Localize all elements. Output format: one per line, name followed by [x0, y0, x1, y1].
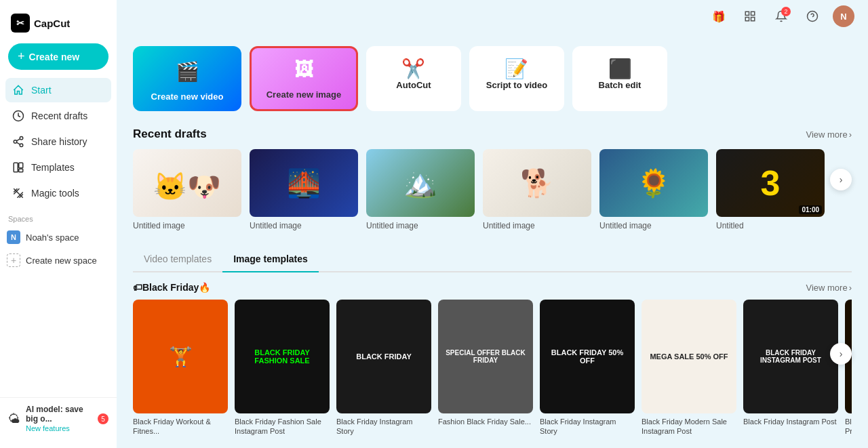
batch-icon: ⬛	[608, 58, 632, 80]
sidebar-item-create-space[interactable]: + Create new space	[0, 249, 117, 272]
action-cards-row: 🎬 Create new video 🖼 Create new image ✂️…	[133, 46, 852, 111]
tab-image-templates[interactable]: Image templates	[222, 249, 319, 271]
template-cards-container: 🏋️ Black Friday Workout & Fitnes... BLAC…	[133, 300, 852, 436]
draft-thumb-3: 🏔️	[366, 149, 475, 217]
draft-thumb-2: 🌉	[250, 149, 358, 217]
sidebar: ✂ CapCut + Create new Start Recent draft…	[0, 0, 117, 448]
script-label: Script to video	[486, 80, 547, 90]
template-label-5: Black Friday Instagram Story	[540, 417, 635, 436]
space-avatar-noah: N	[7, 230, 20, 244]
grid-icon-button[interactable]	[739, 5, 761, 27]
magic-icon	[12, 187, 24, 199]
batch-label: Batch edit	[599, 80, 642, 90]
home-icon	[12, 84, 24, 96]
template-card-5[interactable]: BLACK FRIDAY 50% OFF Black Friday Instag…	[540, 300, 635, 436]
batch-edit-card[interactable]: ⬛ Batch edit	[572, 46, 667, 111]
drafts-scroll-right[interactable]: ›	[830, 169, 852, 190]
sidebar-item-noah-space[interactable]: N Noah's space	[0, 226, 117, 249]
sidebar-label-drafts: Recent drafts	[31, 110, 87, 121]
create-video-card[interactable]: 🎬 Create new video	[133, 46, 241, 111]
script-icon: 📝	[505, 58, 528, 80]
template-card-8[interactable]: The Brew Coffee Black Friday 30% CASHBAC…	[845, 300, 852, 436]
space-label-noah: Noah's space	[26, 232, 79, 243]
draft-item-1[interactable]: 🐱🐶 Untitled image	[133, 149, 241, 230]
sidebar-item-share-history[interactable]: Share history	[5, 129, 111, 154]
recent-drafts-title: Recent drafts	[133, 127, 207, 141]
create-video-label: Create new video	[151, 91, 224, 102]
image-icon: 🖼	[294, 58, 313, 81]
space-label-create: Create new space	[26, 256, 97, 266]
draft-label-6: Untitled	[716, 221, 825, 230]
svg-point-3	[20, 144, 23, 147]
draft-label-2: Untitled image	[250, 221, 358, 230]
script-to-video-card[interactable]: 📝 Script to video	[469, 46, 564, 111]
draft-thumb-4: 🐕	[483, 149, 591, 217]
autocut-card[interactable]: ✂️ AutoCut	[366, 46, 461, 111]
template-card-4[interactable]: SPECIAL OFFER BLACK FRIDAY Fashion Black…	[438, 300, 533, 436]
sidebar-item-start[interactable]: Start	[5, 78, 111, 102]
template-label-3: Black Friday Instagram Story	[336, 417, 431, 436]
template-label-4: Fashion Black Friday Sale...	[438, 417, 533, 426]
draft-item-3[interactable]: 🏔️ Untitled image	[366, 149, 475, 230]
user-avatar[interactable]: N	[833, 5, 854, 27]
black-friday-section-header: 🏷Black Friday🔥 View more ›	[133, 282, 852, 293]
share-icon	[12, 136, 24, 148]
svg-line-5	[16, 139, 20, 141]
gift-icon-button[interactable]: 🎁	[708, 5, 730, 27]
template-thumb-3: BLACK FRIDAY	[336, 300, 431, 413]
template-card-6[interactable]: MEGA SALE 50% OFF Black Friday Modern Sa…	[642, 300, 736, 436]
template-thumb-6: MEGA SALE 50% OFF	[642, 300, 736, 413]
draft-thumb-5: 🌻	[599, 149, 708, 217]
template-card-2[interactable]: BLACK FRIDAY FASHION SALE Black Friday F…	[235, 300, 330, 436]
svg-point-1	[20, 137, 23, 140]
template-cards-row: 🏋️ Black Friday Workout & Fitnes... BLAC…	[133, 300, 852, 436]
spaces-label: Spaces	[0, 205, 117, 226]
svg-point-2	[14, 140, 17, 144]
sidebar-item-templates[interactable]: Templates	[5, 155, 111, 180]
template-icon	[12, 161, 24, 174]
draft-label-1: Untitled image	[133, 221, 241, 230]
svg-rect-11	[751, 12, 755, 15]
draft-thumb-6: 3 01:00	[716, 149, 825, 217]
sidebar-label-start: Start	[31, 85, 52, 96]
ai-notification-bar[interactable]: 🌤 AI model: save big o... New features 5	[0, 397, 117, 440]
ai-notif-text: AI model: save big o...	[26, 405, 92, 424]
draft-label-5: Untitled image	[599, 221, 708, 230]
sidebar-item-magic-tools[interactable]: Magic tools	[5, 181, 111, 205]
template-card-1[interactable]: 🏋️ Black Friday Workout & Fitnes...	[133, 300, 228, 436]
sidebar-nav: Start Recent drafts Share history Templa…	[0, 78, 117, 205]
create-new-button[interactable]: + Create new	[8, 43, 108, 70]
draft-item-2[interactable]: 🌉 Untitled image	[250, 149, 358, 230]
video-icon: 🎬	[176, 60, 199, 83]
svg-rect-6	[14, 163, 18, 172]
svg-rect-12	[745, 18, 749, 21]
template-card-7[interactable]: BLACK FRIDAY INSTAGRAM POST Black Friday…	[743, 300, 838, 436]
black-friday-view-more[interactable]: View more ›	[806, 283, 852, 293]
drafts-row: 🐱🐶 Untitled image 🌉 Untitled image 🏔️ Un…	[133, 149, 852, 230]
template-thumb-7: BLACK FRIDAY INSTAGRAM POST	[743, 300, 838, 413]
tab-video-templates[interactable]: Video templates	[133, 249, 222, 271]
svg-line-4	[16, 142, 20, 144]
bell-icon-button[interactable]: 2	[770, 5, 792, 27]
template-label-1: Black Friday Workout & Fitnes...	[133, 417, 228, 436]
template-label-6: Black Friday Modern Sale Instagram Post	[642, 417, 736, 436]
draft-item-6[interactable]: 3 01:00 Untitled	[716, 149, 825, 230]
recent-drafts-header: Recent drafts View more ›	[133, 127, 852, 141]
draft-item-5[interactable]: 🌻 Untitled image	[599, 149, 708, 230]
template-card-3[interactable]: BLACK FRIDAY Black Friday Instagram Stor…	[336, 300, 431, 436]
notification-badge: 2	[781, 7, 791, 16]
recent-drafts-view-more[interactable]: View more ›	[806, 129, 852, 140]
templates-scroll-right[interactable]: ›	[830, 343, 852, 365]
drafts-scroll-container: 🐱🐶 Untitled image 🌉 Untitled image 🏔️ Un…	[133, 149, 852, 230]
sidebar-item-recent-drafts[interactable]: Recent drafts	[5, 104, 111, 128]
svg-rect-10	[745, 12, 749, 15]
template-thumb-2: BLACK FRIDAY FASHION SALE	[235, 300, 330, 413]
ai-notif-sub: New features	[26, 424, 70, 432]
ai-notif-badge: 5	[98, 413, 108, 424]
create-image-card[interactable]: 🖼 Create new image	[250, 46, 358, 111]
template-thumb-1: 🏋️	[133, 300, 228, 413]
help-icon-button[interactable]	[802, 5, 823, 27]
svg-rect-13	[751, 18, 755, 21]
draft-thumb-1: 🐱🐶	[133, 149, 241, 217]
draft-item-4[interactable]: 🐕 Untitled image	[483, 149, 591, 230]
